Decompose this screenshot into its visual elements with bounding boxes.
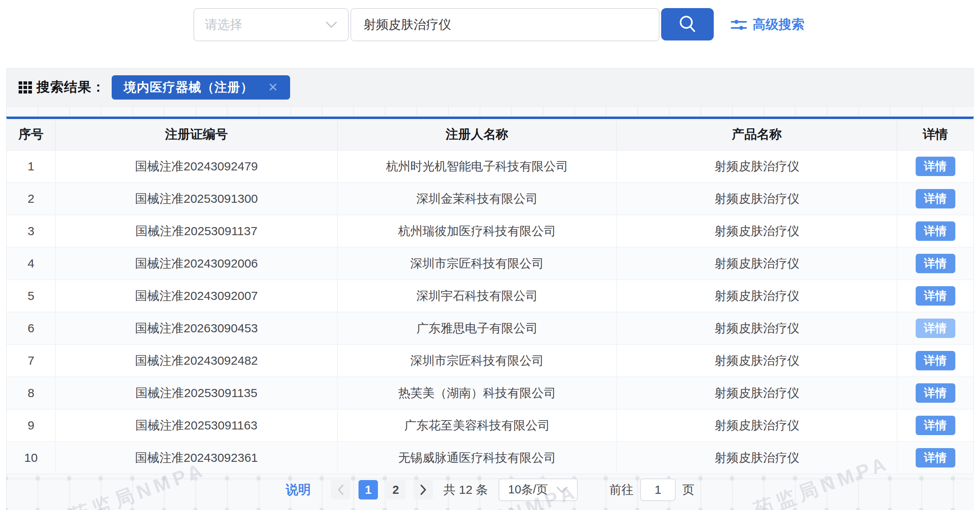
total-count: 共 12 条 bbox=[443, 482, 488, 498]
advanced-search-link[interactable]: 高级搜索 bbox=[731, 8, 804, 41]
chevron-down-icon bbox=[556, 486, 568, 493]
registrant-name: 深圳宇石科技有限公司 bbox=[337, 280, 617, 312]
prev-page-button[interactable] bbox=[331, 480, 350, 499]
page-size-value: 10条/页 bbox=[508, 482, 548, 498]
column-header-1: 注册证编号 bbox=[55, 119, 337, 150]
detail-button[interactable]: 详情 bbox=[916, 189, 955, 208]
product-name: 射频皮肤治疗仪 bbox=[617, 442, 897, 474]
detail-cell: 详情 bbox=[897, 183, 973, 215]
registrant-name: 杭州瑞彼加医疗科技有限公司 bbox=[337, 215, 617, 247]
detail-cell: 详情 bbox=[897, 409, 973, 442]
column-header-2: 注册人名称 bbox=[337, 119, 617, 150]
detail-cell: 详情 bbox=[897, 442, 973, 474]
row-index: 2 bbox=[7, 183, 55, 215]
results-header: 搜索结果： 境内医疗器械（注册） ✕ bbox=[6, 68, 974, 106]
search-icon bbox=[676, 13, 699, 36]
row-index: 9 bbox=[7, 409, 55, 442]
row-index: 7 bbox=[7, 344, 55, 377]
registrant-name: 杭州时光机智能电子科技有限公司 bbox=[337, 150, 617, 183]
detail-cell: 详情 bbox=[897, 215, 973, 247]
table-row: 9国械注准20253091163广东花至美容科技有限公司射频皮肤治疗仪详情 bbox=[7, 409, 973, 442]
advanced-search-label: 高级搜索 bbox=[753, 16, 804, 34]
row-index: 8 bbox=[7, 377, 55, 409]
detail-button[interactable]: 详情 bbox=[916, 416, 955, 435]
detail-button[interactable]: 详情 bbox=[916, 448, 955, 468]
note-link[interactable]: 说明 bbox=[286, 481, 311, 498]
table-row: 10国械注准20243092361无锡威脉通医疗科技有限公司射频皮肤治疗仪详情 bbox=[7, 442, 973, 474]
detail-button[interactable]: 详情 bbox=[916, 157, 955, 176]
registration-number: 国械注准20243092482 bbox=[55, 344, 337, 377]
detail-cell: 详情 bbox=[897, 150, 973, 183]
search-bar: 请选择 高级搜索 bbox=[0, 0, 980, 68]
product-name: 射频皮肤治疗仪 bbox=[617, 247, 897, 280]
row-index: 3 bbox=[7, 215, 55, 247]
detail-cell: 详情 bbox=[897, 344, 973, 377]
table-row: 7国械注准20243092482深圳市宗匠科技有限公司射频皮肤治疗仪详情 bbox=[7, 344, 973, 377]
registration-number: 国械注准20253091163 bbox=[55, 409, 337, 442]
registration-number: 国械注准20243092479 bbox=[55, 150, 337, 183]
table-row: 6国械注准20263090453广东雅思电子有限公司射频皮肤治疗仪详情 bbox=[7, 312, 973, 344]
row-index: 4 bbox=[7, 247, 55, 280]
registration-number: 国械注准20243092007 bbox=[55, 280, 337, 312]
detail-button[interactable]: 详情 bbox=[916, 286, 955, 306]
page-button-2[interactable]: 2 bbox=[386, 480, 405, 499]
table-row: 3国械注准20253091137杭州瑞彼加医疗科技有限公司射频皮肤治疗仪详情 bbox=[7, 215, 973, 247]
row-index: 5 bbox=[7, 280, 55, 312]
results-label: 搜索结果： bbox=[36, 78, 105, 96]
detail-cell: 详情 bbox=[897, 247, 973, 280]
detail-button[interactable]: 详情 bbox=[916, 221, 955, 241]
close-icon[interactable]: ✕ bbox=[268, 81, 278, 94]
product-name: 射频皮肤治疗仪 bbox=[617, 183, 897, 215]
registrant-name: 广东雅思电子有限公司 bbox=[337, 312, 617, 344]
row-index: 6 bbox=[7, 312, 55, 344]
detail-button[interactable]: 详情 bbox=[916, 319, 955, 338]
category-select[interactable]: 请选择 bbox=[193, 8, 349, 41]
grid-icon bbox=[19, 81, 32, 94]
goto-page-input[interactable] bbox=[640, 478, 676, 501]
product-name: 射频皮肤治疗仪 bbox=[617, 344, 897, 377]
table-body: 1国械注准20243092479杭州时光机智能电子科技有限公司射频皮肤治疗仪详情… bbox=[7, 150, 973, 474]
page-size-select[interactable]: 10条/页 bbox=[498, 478, 578, 501]
detail-cell: 详情 bbox=[897, 280, 973, 312]
product-name: 射频皮肤治疗仪 bbox=[617, 280, 897, 312]
results-panel: 搜索结果： 境内医疗器械（注册） ✕ 序号注册证编号注册人名称产品名称详情 1国… bbox=[6, 68, 974, 510]
registrant-name: 热芙美（湖南）科技有限公司 bbox=[337, 377, 617, 409]
row-index: 1 bbox=[7, 150, 55, 183]
chevron-left-icon bbox=[337, 484, 345, 496]
registration-number: 国械注准20243092361 bbox=[55, 442, 337, 474]
filter-icon bbox=[731, 17, 747, 32]
registrant-name: 广东花至美容科技有限公司 bbox=[337, 409, 617, 442]
category-select-placeholder: 请选择 bbox=[205, 16, 242, 33]
goto-suffix: 页 bbox=[682, 482, 694, 498]
next-page-button[interactable] bbox=[414, 480, 433, 499]
product-name: 射频皮肤治疗仪 bbox=[617, 215, 897, 247]
goto-label: 前往 bbox=[609, 482, 634, 498]
registration-number: 国械注准20253091137 bbox=[55, 215, 337, 247]
page-buttons: 12 bbox=[354, 480, 409, 499]
chevron-down-icon bbox=[325, 21, 337, 28]
detail-button[interactable]: 详情 bbox=[916, 383, 955, 403]
registrant-name: 无锡威脉通医疗科技有限公司 bbox=[337, 442, 617, 474]
table-row: 5国械注准20243092007深圳宇石科技有限公司射频皮肤治疗仪详情 bbox=[7, 280, 973, 312]
table-row: 4国械注准20243092006深圳市宗匠科技有限公司射频皮肤治疗仪详情 bbox=[7, 247, 973, 280]
product-name: 射频皮肤治疗仪 bbox=[617, 312, 897, 344]
page-button-1[interactable]: 1 bbox=[358, 480, 378, 499]
registration-number: 国械注准20253091300 bbox=[55, 183, 337, 215]
chevron-right-icon bbox=[419, 484, 427, 496]
product-name: 射频皮肤治疗仪 bbox=[617, 377, 897, 409]
detail-cell: 详情 bbox=[897, 377, 973, 409]
registrant-name: 深圳金茉科技有限公司 bbox=[337, 183, 617, 215]
filter-tag[interactable]: 境内医疗器械（注册） ✕ bbox=[112, 75, 290, 100]
detail-button[interactable]: 详情 bbox=[916, 351, 955, 370]
search-button[interactable] bbox=[661, 8, 714, 40]
registrant-name: 深圳市宗匠科技有限公司 bbox=[337, 344, 617, 377]
detail-button[interactable]: 详情 bbox=[916, 254, 955, 273]
column-header-0: 序号 bbox=[7, 119, 55, 150]
table-row: 2国械注准20253091300深圳金茉科技有限公司射频皮肤治疗仪详情 bbox=[7, 183, 973, 215]
filter-tag-label: 境内医疗器械（注册） bbox=[124, 79, 253, 96]
detail-cell: 详情 bbox=[897, 312, 973, 344]
search-input[interactable] bbox=[350, 8, 660, 41]
product-name: 射频皮肤治疗仪 bbox=[617, 150, 897, 183]
table-row: 8国械注准20253091135热芙美（湖南）科技有限公司射频皮肤治疗仪详情 bbox=[7, 377, 973, 409]
table-header-row: 序号注册证编号注册人名称产品名称详情 bbox=[7, 119, 973, 150]
